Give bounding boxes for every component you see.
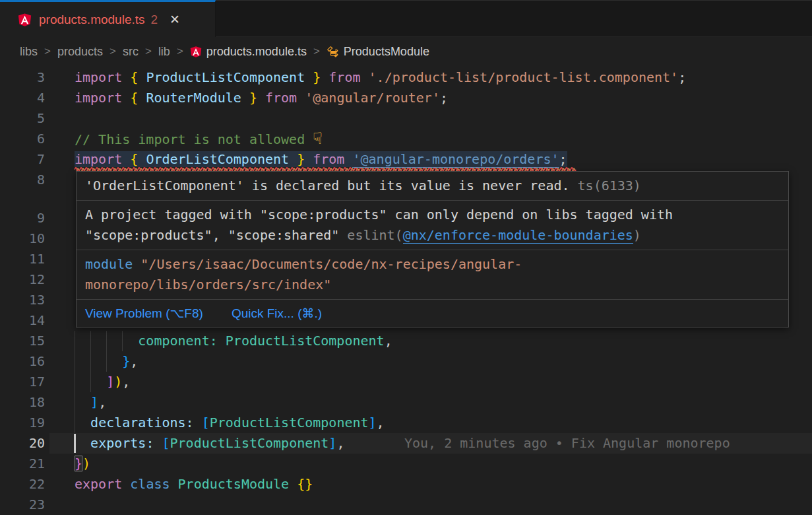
tab-title: products.module.ts	[39, 13, 145, 27]
code-token: export	[75, 476, 122, 492]
code-editor[interactable]: You, 2 minutes ago • Fix Angular monorep…	[0, 66, 812, 515]
editor-line-20[interactable]: exports: [ProductListComponent],	[75, 433, 344, 454]
editor-line-3[interactable]: import { ProductListComponent } from './…	[75, 67, 686, 88]
code-token: ,	[385, 333, 392, 349]
code-token: '@angular/router'	[305, 90, 440, 106]
breadcrumb-item-productsmodule[interactable]: ProductsModule	[327, 45, 429, 59]
line-number[interactable]: 13	[0, 290, 45, 310]
line-content: import { ProductListComponent } from './…	[75, 69, 686, 85]
editor-line-18[interactable]: ],	[75, 392, 106, 413]
line-content: // This import is not allowed ☟	[75, 131, 323, 147]
editor-line-16[interactable]: },	[75, 351, 138, 372]
angular-icon	[18, 13, 32, 27]
close-icon[interactable]: ✕	[170, 13, 180, 26]
tab-products-module[interactable]: products.module.ts 2 ✕	[0, 0, 216, 37]
line-number[interactable]: 17	[0, 372, 45, 392]
line-number[interactable]: 12	[0, 269, 45, 290]
line-number[interactable]: 3	[0, 67, 45, 88]
line-number[interactable]: 23	[0, 495, 45, 515]
code-token	[75, 353, 122, 369]
line-number[interactable]: 22	[0, 474, 45, 495]
code-token: ProductListComponent	[210, 415, 369, 430]
breadcrumb-label: products	[57, 45, 103, 59]
code-token: ;	[678, 69, 686, 85]
hover-text: eslint(	[347, 227, 402, 243]
line-number[interactable]: 15	[0, 331, 45, 351]
line-number[interactable]: 8	[0, 170, 45, 190]
line-content: import { RouterModule } from '@angular/r…	[75, 90, 448, 106]
line-content: export class ProductsModule {}	[75, 476, 313, 492]
line-number[interactable]: 20	[0, 433, 45, 454]
code-token	[170, 476, 178, 492]
code-token: ,	[122, 374, 130, 390]
breadcrumb-item-lib[interactable]: lib	[158, 45, 170, 59]
chevron-right-icon: >	[313, 45, 320, 58]
hover-message: 'OrderListComponent' is declared but its…	[77, 172, 788, 200]
code-token: from	[313, 151, 344, 167]
line-number[interactable]: 10	[0, 228, 45, 249]
breadcrumb-item-libs[interactable]: libs	[20, 45, 38, 59]
code-token: OrderListComponent	[146, 151, 289, 167]
pointing-down-icon: ☟	[313, 129, 322, 148]
code-token: // This import is not allowed	[75, 131, 313, 147]
line-number[interactable]: 16	[0, 351, 45, 372]
class-icon	[327, 46, 339, 58]
code-token: ProductListComponent	[226, 333, 385, 349]
editor-line-17[interactable]: ]),	[75, 372, 130, 392]
code-token	[344, 151, 352, 167]
editor-line-15[interactable]: component: ProductListComponent,	[75, 331, 392, 351]
breadcrumb-item-products-module-ts[interactable]: products.module.ts	[190, 45, 307, 59]
chevron-right-icon: >	[109, 45, 116, 58]
editor-line-22[interactable]: export class ProductsModule {}	[75, 474, 313, 495]
code-token: RouterModule	[146, 90, 241, 106]
code-token: }	[289, 151, 313, 167]
chevron-right-icon: >	[177, 45, 183, 58]
hover-text: ts(6133)	[570, 178, 641, 193]
editor-line-4[interactable]: import { RouterModule } from '@angular/r…	[75, 88, 448, 108]
code-token: ;	[559, 151, 567, 167]
line-number[interactable]: 5	[0, 108, 45, 129]
code-token: }	[305, 69, 328, 85]
code-token: ,	[336, 435, 344, 451]
line-number[interactable]: 4	[0, 88, 45, 108]
line-number[interactable]: 18	[0, 392, 45, 413]
breadcrumb-item-src[interactable]: src	[123, 45, 139, 59]
code-token	[75, 333, 138, 349]
editor-line-19[interactable]: declarations: [ProductListComponent],	[75, 413, 385, 433]
code-token	[154, 435, 162, 451]
line-number[interactable]: 9	[0, 208, 45, 228]
code-token: )	[82, 456, 90, 471]
hover-message: module "/Users/isaac/Documents/code/nx-r…	[77, 250, 788, 299]
editor-line-21[interactable]: })	[75, 454, 90, 474]
code-token: ;	[440, 90, 448, 106]
code-token	[218, 333, 226, 349]
code-token: }	[75, 456, 82, 471]
line-number[interactable]: 6	[0, 129, 45, 149]
editor-line-6[interactable]: // This import is not allowed ☟	[75, 129, 323, 149]
code-token: '@angular-monorepo/orders'	[352, 151, 559, 168]
line-content: exports: [ProductListComponent],	[75, 435, 344, 451]
git-blame-annotation: You, 2 minutes ago • Fix Angular monorep…	[404, 433, 730, 454]
code-token: [	[162, 435, 170, 451]
line-number[interactable]: 11	[0, 249, 45, 269]
code-token: {	[122, 90, 146, 106]
view-problem-action[interactable]: View Problem (⌥F8)	[85, 306, 203, 321]
line-number[interactable]: 7	[0, 149, 45, 170]
breadcrumb: libs>products>src>lib>products.module.ts…	[0, 37, 812, 66]
editor-line-7[interactable]: import { OrderListComponent } from '@ang…	[75, 149, 567, 170]
code-token: ProductsModule	[178, 476, 290, 492]
breadcrumb-label: src	[123, 45, 139, 59]
eslint-rule-link[interactable]: @nx/enforce-module-boundaries	[403, 227, 633, 244]
line-number[interactable]: 14	[0, 310, 45, 331]
code-token: './product-list/product-list.component'	[369, 69, 679, 85]
line-number[interactable]: 19	[0, 413, 45, 433]
code-token: ,	[130, 353, 138, 369]
code-token	[75, 394, 90, 410]
quick-fix-action[interactable]: Quick Fix... (⌘.)	[232, 306, 322, 321]
breadcrumb-item-products[interactable]: products	[57, 45, 103, 59]
breadcrumb-label: ProductsModule	[344, 45, 429, 59]
line-number[interactable]: 21	[0, 454, 45, 474]
line-content: ],	[75, 394, 106, 410]
hover-text: 'OrderListComponent' is declared but its…	[85, 178, 570, 193]
tab-problem-badge: 2	[151, 13, 158, 27]
